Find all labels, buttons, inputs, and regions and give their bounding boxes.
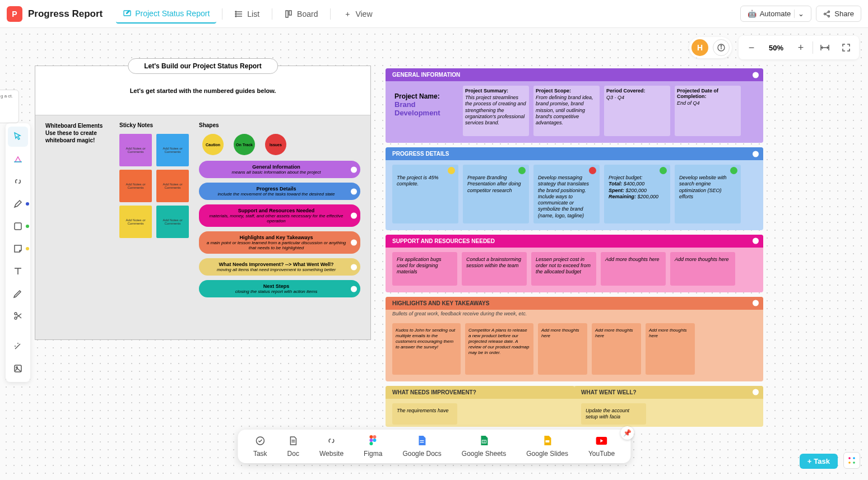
section-improve[interactable]: WHAT NEEDS IMPROVEMENT? The requirements… bbox=[386, 386, 763, 427]
fullscreen-button[interactable] bbox=[837, 38, 856, 57]
sticky-blue[interactable]: Add Notes or Comments bbox=[156, 134, 189, 166]
guide-title: Let's Build our Project Status Report bbox=[128, 58, 278, 74]
section-header-general: GENERAL INFORMATION bbox=[386, 68, 763, 81]
whiteboard-canvas[interactable]: g a ct. H − 50% + Let's Build our Pro bbox=[0, 28, 868, 480]
tab-label: Board bbox=[297, 10, 318, 18]
support-card[interactable]: Add more thoughts here bbox=[601, 252, 666, 286]
shapes-heading: Shapes bbox=[199, 122, 360, 128]
section-general[interactable]: GENERAL INFORMATION Project Name: Brand … bbox=[386, 68, 763, 143]
tool-sticky[interactable] bbox=[8, 239, 28, 259]
shape-bar[interactable]: Next Stepsclosing the status report with… bbox=[199, 280, 360, 297]
shape-ontrack[interactable]: On Track bbox=[234, 134, 255, 155]
highlight-card[interactable]: Add more thoughts here bbox=[592, 323, 641, 375]
tool-image[interactable] bbox=[8, 358, 28, 379]
tool-ai[interactable] bbox=[8, 336, 28, 356]
sticky-teal[interactable]: Add Notes or Comments bbox=[156, 206, 189, 238]
zoom-controls: − 50% + bbox=[739, 36, 859, 59]
progress-card[interactable]: Prepare Branding Presentation after doin… bbox=[463, 165, 529, 223]
dock-website[interactable]: Website bbox=[319, 435, 344, 458]
gi-period[interactable]: Period Covered:Q3 - Q4 bbox=[604, 86, 670, 136]
apps-grid-button[interactable] bbox=[843, 452, 860, 469]
section-progress[interactable]: PROGRESS DETAILS The project is 45% comp… bbox=[386, 147, 763, 230]
fit-width-button[interactable] bbox=[815, 38, 834, 57]
progress-card[interactable]: The project is 45% complete. bbox=[392, 165, 458, 223]
whiteboard-icon bbox=[123, 9, 132, 18]
highlight-card[interactable]: Add more thoughts here bbox=[538, 323, 587, 375]
progress-card[interactable]: Project budget:Total: $400,000Spent: $20… bbox=[604, 165, 670, 223]
dock-gdocs[interactable]: Google Docs bbox=[402, 435, 441, 458]
sticky-orange2[interactable]: Add Notes or Comments bbox=[156, 170, 189, 202]
tool-connector[interactable] bbox=[8, 171, 28, 192]
improve-card[interactable]: The requirements have bbox=[392, 403, 457, 425]
dock-figma[interactable]: Figma bbox=[364, 435, 382, 458]
report-area[interactable]: GENERAL INFORMATION Project Name: Brand … bbox=[386, 68, 763, 431]
tool-select[interactable] bbox=[8, 127, 28, 147]
svg-line-12 bbox=[826, 12, 828, 13]
section-highlights[interactable]: HIGHLIGHTS AND KEY TAKEAWAYS Bullets of … bbox=[386, 297, 763, 381]
svg-point-26 bbox=[721, 45, 722, 46]
tool-templates[interactable] bbox=[8, 149, 28, 169]
tool-pen[interactable] bbox=[8, 194, 28, 214]
shape-bar[interactable]: What Needs Improvement? --> What Went We… bbox=[199, 258, 360, 276]
chevron-down-icon: ⌄ bbox=[794, 10, 804, 18]
svg-rect-7 bbox=[286, 11, 288, 17]
dock-gsheets[interactable]: Google Sheets bbox=[462, 435, 506, 458]
sticky-orange[interactable]: Add Notes or Comments bbox=[119, 170, 152, 202]
dock-gslides[interactable]: Google Slides bbox=[526, 435, 568, 458]
svg-point-5 bbox=[235, 13, 236, 15]
separator bbox=[222, 8, 222, 20]
progress-card[interactable]: Develop website with search engine optim… bbox=[675, 165, 741, 223]
tab-project-status[interactable]: Project Status Report bbox=[116, 4, 216, 24]
section-support[interactable]: SUPPORT AND RESOURCES NEEDED Fix applica… bbox=[386, 235, 763, 292]
pin-button[interactable]: 📌 bbox=[620, 426, 634, 440]
shape-issues[interactable]: Issues bbox=[265, 134, 286, 155]
share-button[interactable]: Share bbox=[816, 6, 861, 22]
wentwell-card[interactable]: Update the account setup with facia bbox=[581, 403, 646, 425]
separator bbox=[272, 8, 272, 20]
gi-completion[interactable]: Projected Date of Completion:End of Q4 bbox=[675, 86, 741, 136]
sticky-yellow[interactable]: Add Notes or Comments bbox=[119, 206, 152, 238]
gi-summary[interactable]: Project Summary:This project streamlines… bbox=[463, 86, 529, 136]
tool-scissors[interactable] bbox=[8, 306, 28, 326]
info-button[interactable] bbox=[713, 39, 730, 56]
highlight-card[interactable]: Add more thoughts here bbox=[646, 323, 695, 375]
shape-bar[interactable]: General Informationmeans all basic infor… bbox=[199, 161, 360, 178]
automate-button[interactable]: 🤖 Automate ⌄ bbox=[740, 6, 812, 22]
progress-card[interactable]: Develop messaging strategy that translat… bbox=[533, 165, 600, 223]
user-avatar[interactable]: H bbox=[691, 39, 708, 56]
tool-shapes[interactable] bbox=[8, 216, 28, 236]
shape-bar[interactable]: Support and Resources Neededmaterials, m… bbox=[199, 204, 360, 227]
dock-youtube[interactable]: YouTube bbox=[588, 435, 615, 458]
support-card[interactable]: Fix application bugs used for designing … bbox=[392, 252, 457, 286]
gi-scope[interactable]: Project Scope:From defining brand idea, … bbox=[533, 86, 600, 136]
dock-task[interactable]: Task bbox=[253, 435, 267, 458]
highlight-card[interactable]: Kudos to John for sending out multiple e… bbox=[392, 323, 461, 375]
dock-doc[interactable]: Doc bbox=[287, 435, 299, 458]
highlights-subtitle: Bullets of great work, feedback receive … bbox=[386, 310, 763, 319]
shape-caution[interactable]: Caution bbox=[202, 134, 224, 155]
tool-text[interactable] bbox=[8, 261, 28, 281]
view-tabs: Project Status Report List Board + View bbox=[116, 4, 379, 24]
zoom-level[interactable]: 50% bbox=[763, 44, 789, 52]
section-header-progress: PROGRESS DETAILS bbox=[386, 147, 763, 160]
highlight-card[interactable]: Competitor A plans to release a new prod… bbox=[465, 323, 533, 375]
tab-list[interactable]: List bbox=[228, 5, 266, 23]
zoom-out-button[interactable]: − bbox=[742, 38, 761, 57]
tool-highlighter[interactable] bbox=[8, 283, 28, 304]
offscreen-shape[interactable]: g a ct. bbox=[0, 90, 19, 123]
support-card[interactable]: Add more thoughts here bbox=[670, 252, 735, 286]
tab-board[interactable]: Board bbox=[278, 5, 324, 23]
shape-bar[interactable]: Highlights and Key Takeawaysa main point… bbox=[199, 231, 360, 254]
tab-label: View bbox=[355, 10, 372, 18]
quick-task-button[interactable]: +Task bbox=[800, 454, 838, 469]
guide-panel[interactable]: Let's Build our Project Status Report Le… bbox=[35, 66, 371, 340]
support-card[interactable]: Conduct a brainstorming session within t… bbox=[462, 252, 527, 286]
gsheets-icon bbox=[479, 435, 490, 446]
zoom-row: H − 50% + bbox=[689, 36, 859, 59]
sticky-purple[interactable]: Add Notes or Comments bbox=[119, 134, 152, 166]
zoom-in-button[interactable]: + bbox=[791, 38, 810, 57]
support-card[interactable]: Lessen project cost in order not to exce… bbox=[531, 252, 596, 286]
top-bar: P Progress Report Project Status Report … bbox=[0, 0, 868, 28]
tab-add-view[interactable]: + View bbox=[336, 5, 379, 23]
shape-bar[interactable]: Progress Detailsinclude the movement of … bbox=[199, 183, 360, 200]
